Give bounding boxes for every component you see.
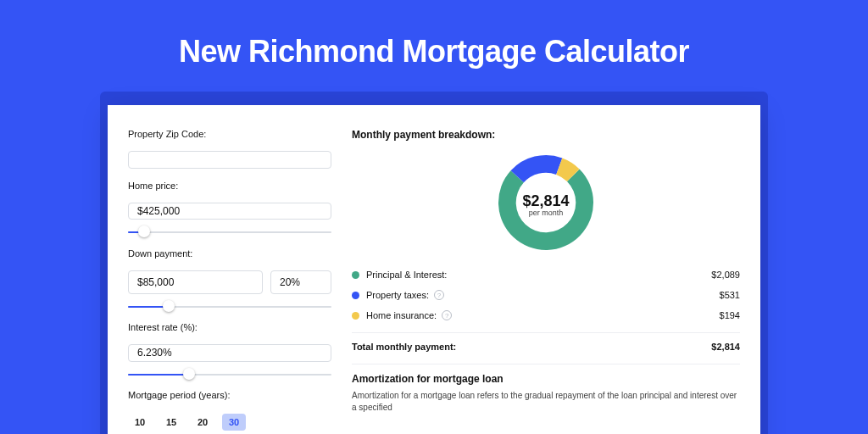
price-label: Home price:: [128, 181, 331, 191]
zip-input[interactable]: [128, 151, 331, 169]
period-option-20[interactable]: 20: [191, 414, 214, 431]
legend-total-row: Total monthly payment:$2,814: [352, 332, 740, 352]
legend-value: $2,089: [711, 270, 740, 280]
legend-row: Principal & Interest:$2,089: [352, 270, 740, 280]
legend-label: Principal & Interest:: [366, 270, 447, 280]
down-percent-input[interactable]: [270, 270, 331, 294]
amortization-body: Amortization for a mortgage loan refers …: [352, 390, 740, 414]
period-option-10[interactable]: 10: [128, 414, 152, 431]
page-title: New Richmond Mortgage Calculator: [179, 0, 689, 92]
price-slider[interactable]: [128, 226, 331, 236]
donut-center-value: $2,814: [522, 192, 569, 210]
rate-input[interactable]: [128, 344, 331, 362]
down-label: Down payment:: [128, 248, 331, 259]
rate-label: Interest rate (%):: [128, 322, 331, 332]
legend-dot: [352, 312, 359, 320]
price-input[interactable]: [128, 203, 331, 220]
legend-label: Property taxes:: [366, 290, 429, 300]
period-option-30[interactable]: 30: [222, 414, 246, 431]
widget-frame: Property Zip Code: Home price: Down paym…: [100, 92, 768, 434]
down-slider[interactable]: [128, 301, 331, 310]
inputs-column: Property Zip Code: Home price: Down paym…: [128, 129, 331, 434]
period-label: Mortgage period (years):: [128, 390, 331, 400]
period-options: 10152030: [128, 414, 331, 431]
info-icon[interactable]: ?: [434, 290, 444, 300]
info-icon[interactable]: ?: [442, 310, 452, 320]
legend-total-value: $2,814: [711, 342, 740, 352]
down-amount-input[interactable]: [128, 270, 263, 294]
legend-dot: [352, 292, 359, 299]
rate-slider-thumb[interactable]: [183, 368, 195, 380]
legend-dot: [352, 271, 359, 279]
breakdown-column: Monthly payment breakdown: $2,814 per mo…: [352, 129, 740, 434]
donut-center-sub: per month: [522, 209, 569, 217]
breakdown-legend: Principal & Interest:$2,089Property taxe…: [352, 270, 740, 352]
amortization-heading: Amortization for mortgage loan: [352, 373, 740, 385]
legend-row: Property taxes:?$531: [352, 290, 740, 300]
calculator-card: Property Zip Code: Home price: Down paym…: [108, 105, 760, 434]
donut-chart-area: $2,814 per month: [352, 146, 740, 263]
legend-label: Home insurance:: [366, 310, 437, 320]
breakdown-heading: Monthly payment breakdown:: [352, 129, 740, 141]
price-slider-thumb[interactable]: [138, 225, 150, 237]
rate-slider[interactable]: [128, 369, 331, 378]
legend-total-label: Total monthly payment:: [352, 342, 456, 352]
zip-label: Property Zip Code:: [128, 129, 331, 139]
down-slider-thumb[interactable]: [163, 300, 175, 312]
legend-value: $194: [720, 310, 740, 320]
period-option-15[interactable]: 15: [159, 414, 183, 431]
amortization-section: Amortization for mortgage loan Amortizat…: [352, 364, 740, 414]
legend-value: $531: [720, 290, 740, 300]
legend-row: Home insurance:?$194: [352, 310, 740, 320]
